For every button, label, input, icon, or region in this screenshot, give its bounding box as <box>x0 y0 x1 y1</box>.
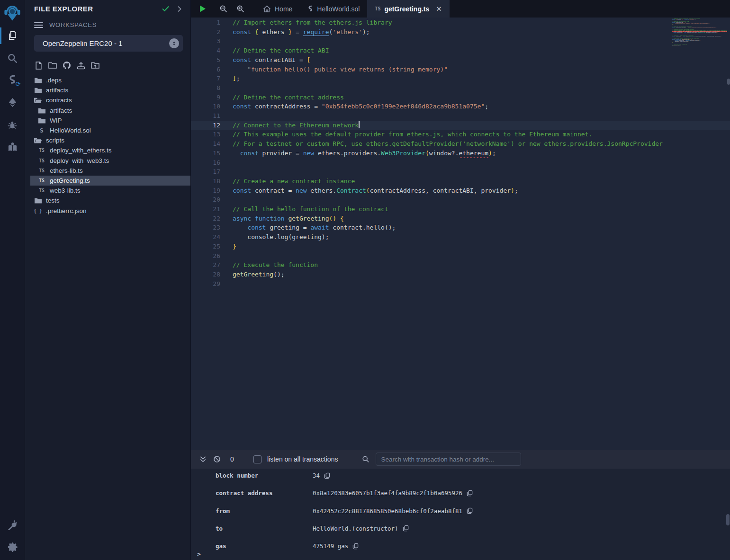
file-name: deploy_with_ethers.ts <box>50 147 112 154</box>
activity-bar: ⟳ <box>0 0 25 560</box>
workspaces-menu-icon[interactable] <box>34 22 43 28</box>
zoom-in-icon[interactable] <box>232 0 249 18</box>
copy-icon[interactable] <box>324 472 330 479</box>
line-content: // Define the contract ABI <box>233 46 730 55</box>
chevron-right-icon[interactable] <box>176 6 183 12</box>
copy-icon[interactable] <box>352 543 359 550</box>
terminal-prompt[interactable]: > <box>197 551 201 558</box>
zoom-out-icon[interactable] <box>215 0 232 18</box>
file-tree-item[interactable]: { }.prettierrc.json <box>25 205 190 215</box>
file-tree-item[interactable]: TSweb3-lib.ts <box>25 186 190 196</box>
sol-file-icon: S <box>38 127 45 134</box>
ts-file-icon: TS <box>38 188 45 193</box>
line-content: // Create a new contract instance <box>233 177 730 186</box>
file-explorer-header: FILE EXPLORER <box>25 4 190 18</box>
file-tree-item[interactable]: TSdeploy_with_ethers.ts <box>25 145 190 155</box>
file-name: HelloWorld.sol <box>50 127 91 134</box>
updown-icon <box>169 38 179 48</box>
new-file-icon[interactable] <box>34 61 43 70</box>
code-line: 26 <box>191 251 730 261</box>
clone-github-icon[interactable] <box>63 61 71 70</box>
code-line: 12// Connect to the Ethereum network <box>191 121 730 130</box>
line-number: 18 <box>191 177 233 186</box>
terminal-output: block number34contract address0x8a120383… <box>191 469 730 559</box>
copy-icon[interactable] <box>403 525 409 532</box>
learneth-icon[interactable] <box>0 136 25 158</box>
tab-helloworld-sol[interactable]: HelloWorld.sol <box>300 0 367 18</box>
code-line: 11 <box>191 111 730 121</box>
line-content: "function hello() public view returns (s… <box>233 65 730 74</box>
terminal-search-input[interactable] <box>376 453 521 466</box>
main-area: HomeHelloWorld.solTSgetGreeting.ts✕ 1// … <box>191 0 730 560</box>
tab-label: Home <box>275 5 292 13</box>
line-content: } <box>233 242 730 251</box>
run-script-button[interactable] <box>194 0 211 18</box>
folder-icon <box>38 117 45 124</box>
file-explorer-icon[interactable] <box>0 25 25 47</box>
collapse-terminal-icon[interactable] <box>196 456 210 463</box>
file-tree-item[interactable]: artifacts <box>25 106 190 116</box>
line-content: // This example uses the default provide… <box>233 130 730 139</box>
code-line: 7]; <box>191 74 730 83</box>
line-content: getGreeting(); <box>233 270 730 279</box>
text-cursor <box>359 121 360 128</box>
plugin-manager-icon[interactable] <box>0 514 25 536</box>
file-tree-item[interactable]: scripts <box>25 135 190 145</box>
file-tree-item[interactable]: SHelloWorld.sol <box>25 125 190 135</box>
check-icon[interactable] <box>162 5 170 13</box>
workspace-select[interactable]: OpenZeppelin ERC20 - 1 <box>34 35 183 52</box>
code-line: 13// This example uses the default provi… <box>191 130 730 139</box>
detail-label: from <box>216 507 313 515</box>
code-line: 28getGreeting(); <box>191 270 730 279</box>
file-tree-item[interactable]: artifacts <box>25 85 190 95</box>
folder-icon <box>34 77 42 83</box>
search-icon[interactable] <box>0 47 25 69</box>
line-number: 24 <box>191 232 233 242</box>
file-tree-item[interactable]: WIP <box>25 116 190 125</box>
code-editor[interactable]: 1// Import ethers from the ethers.js lib… <box>191 18 730 450</box>
debugger-icon[interactable] <box>0 114 25 136</box>
transaction-detail-row: toHelloWorld.(constructor) <box>191 524 730 541</box>
ts-file-icon: TS <box>38 148 45 153</box>
tab-getgreeting-ts[interactable]: TSgetGreeting.ts✕ <box>367 0 450 18</box>
workspace-name: OpenZeppelin ERC20 - 1 <box>43 39 169 47</box>
file-tree-item[interactable]: .deps <box>25 75 190 85</box>
file-tree-item[interactable]: contracts <box>25 95 190 105</box>
upload-folder-icon[interactable] <box>91 61 99 70</box>
copy-icon[interactable] <box>467 490 473 497</box>
remix-logo-icon[interactable] <box>0 0 25 25</box>
terminal-scrollbar-thumb[interactable] <box>726 514 730 525</box>
file-name: deploy_with_web3.ts <box>50 157 109 164</box>
line-number: 20 <box>191 195 233 204</box>
settings-icon[interactable] <box>0 536 25 558</box>
file-tree-item[interactable]: TSdeploy_with_web3.ts <box>25 156 190 166</box>
folder-icon <box>34 87 42 93</box>
line-number: 5 <box>191 55 233 65</box>
file-tree-item[interactable]: TSethers-lib.ts <box>25 166 190 176</box>
file-explorer-toolbar <box>25 52 190 74</box>
solidity-compiler-icon[interactable]: ⟳ <box>0 69 25 91</box>
file-name: ethers-lib.ts <box>50 167 83 174</box>
line-content: // Call the hello function of the contra… <box>233 204 730 214</box>
minimap[interactable]: // Import ethers from the ethers.js libr… <box>672 18 727 74</box>
file-tree-item[interactable]: tests <box>25 196 190 205</box>
deploy-run-icon[interactable] <box>0 91 25 114</box>
line-content: ]; <box>233 74 730 83</box>
upload-file-icon[interactable] <box>77 61 85 70</box>
line-content <box>233 251 730 261</box>
clear-console-icon[interactable] <box>210 455 224 463</box>
tab-home[interactable]: Home <box>255 0 300 18</box>
copy-icon[interactable] <box>467 507 473 514</box>
solidity-icon <box>307 5 313 13</box>
close-tab-icon[interactable]: ✕ <box>436 5 442 12</box>
minimap-line <box>672 45 727 46</box>
line-content: // Import ethers from the ethers.js libr… <box>233 18 730 27</box>
editor-scrollbar-thumb[interactable] <box>727 79 730 85</box>
line-content <box>233 167 730 177</box>
file-name: .prettierrc.json <box>46 207 87 214</box>
file-name: WIP <box>50 117 62 124</box>
file-tree-item[interactable]: TSgetGreeting.ts <box>30 176 190 186</box>
listen-transactions-checkbox[interactable] <box>253 455 261 463</box>
new-folder-icon[interactable] <box>48 61 57 70</box>
line-content: const provider = new ethers.providers.We… <box>233 149 730 158</box>
